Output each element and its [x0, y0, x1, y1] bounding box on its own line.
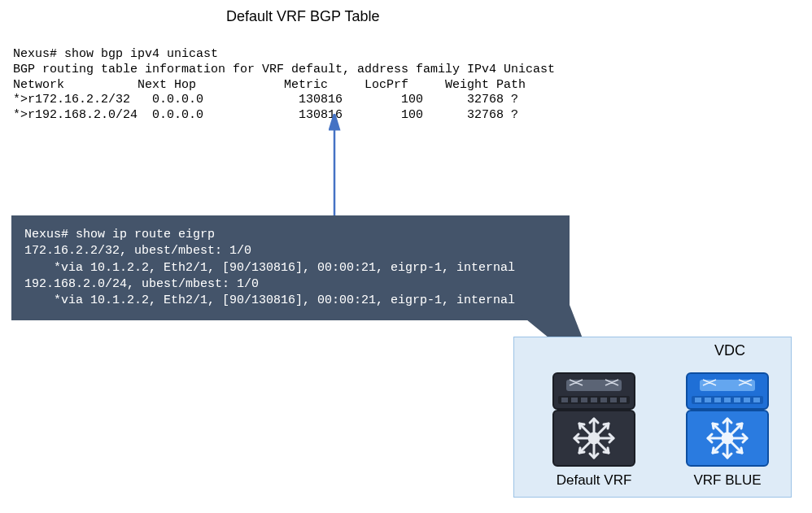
svg-rect-9: [600, 398, 607, 402]
arrow-up-icon: [322, 114, 347, 220]
svg-rect-23: [753, 398, 760, 402]
vdc-container: VDC: [513, 337, 792, 498]
svg-rect-10: [610, 398, 617, 402]
svg-rect-20: [724, 398, 731, 402]
svg-rect-8: [591, 398, 597, 402]
vrf-blue-label: VRF BLUE: [679, 472, 776, 489]
svg-rect-22: [744, 398, 750, 402]
default-vrf-switch: Default VRF: [545, 372, 643, 489]
switch-icon: [552, 372, 636, 467]
diagram-title: Default VRF BGP Table: [226, 8, 379, 25]
svg-rect-7: [581, 398, 587, 402]
svg-rect-18: [705, 398, 711, 402]
bgp-output-block: Nexus# show bgp ipv4 unicast BGP routing…: [13, 47, 555, 124]
svg-rect-5: [561, 398, 568, 402]
svg-rect-21: [734, 398, 740, 402]
svg-rect-17: [695, 398, 701, 402]
default-vrf-label: Default VRF: [545, 472, 643, 489]
svg-rect-19: [714, 398, 721, 402]
switch-icon: [685, 372, 770, 467]
vdc-label: VDC: [714, 342, 745, 359]
svg-rect-11: [620, 398, 626, 402]
vrf-blue-switch: VRF BLUE: [679, 372, 776, 489]
eigrp-callout: Nexus# show ip route eigrp 172.16.2.2/32…: [11, 215, 570, 320]
svg-rect-6: [571, 398, 578, 402]
